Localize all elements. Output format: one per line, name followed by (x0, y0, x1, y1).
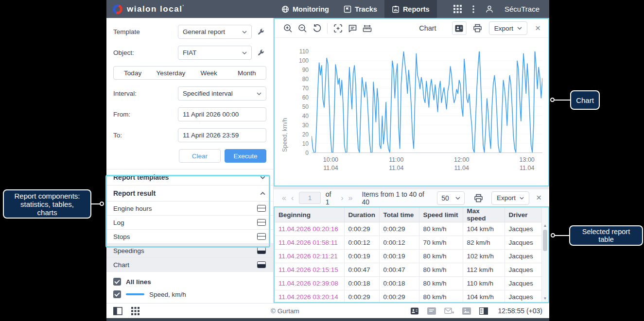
first-page-button[interactable]: « (279, 194, 289, 203)
cell-max-speed: 104 km/h (463, 222, 505, 236)
range-month-button[interactable]: Month (228, 69, 266, 77)
to-row: To: 11 April 2026 23:59 (113, 128, 266, 142)
scroll-down-arrow-icon[interactable]: ▼ (542, 296, 548, 301)
x-tick-label: 13:0011.04 (520, 153, 535, 172)
apps-grid-icon[interactable] (453, 5, 462, 13)
cell-max-speed: 104 km/h (463, 290, 505, 304)
col-duration[interactable]: Duration (344, 207, 379, 222)
more-options-icon[interactable] (472, 5, 474, 13)
next-page-button[interactable]: › (338, 194, 346, 203)
cell-duration: 0:00:47 (344, 263, 379, 277)
y-tick-label: 80 (302, 76, 309, 83)
table-row[interactable]: 11.04.2026 00:20:160:00:290:00:2980 km/h… (275, 222, 541, 236)
from-date-input[interactable]: 11 April 2026 00:00 (178, 107, 266, 121)
ruler-icon[interactable] (360, 24, 374, 33)
template-settings-wrench-icon[interactable] (255, 28, 266, 35)
table-scrollbar[interactable]: ▲ ▼ (541, 207, 548, 302)
table-row[interactable]: 11.04.2026 01:58:110:00:120:00:1270 km/h… (275, 236, 541, 250)
cell-speed-limit: 80 km/h (419, 222, 463, 236)
from-row: From: 11 April 2026 00:00 (113, 107, 266, 121)
zoom-in-icon[interactable] (280, 24, 295, 33)
tab-tracks-label: Tracks (355, 5, 377, 13)
contacts-card-icon[interactable] (410, 307, 419, 315)
scrollbar-thumb[interactable] (543, 230, 547, 251)
tooltip-message-icon[interactable] (345, 24, 360, 33)
page-number-input[interactable]: 1 (299, 192, 320, 204)
legend-toggle-button[interactable] (452, 21, 467, 35)
chart-export-button[interactable]: Export (489, 21, 527, 35)
col-speed-limit[interactable]: Speed limit (419, 207, 463, 222)
table-export-button[interactable]: Export (491, 191, 529, 205)
mail-forward-icon[interactable] (444, 307, 454, 315)
interval-select[interactable]: Specified interval (178, 86, 266, 101)
user-account-icon[interactable] (485, 5, 494, 14)
component-item-engine-hours[interactable]: Engine hours (106, 202, 273, 216)
range-week-button[interactable]: Week (190, 69, 228, 77)
last-page-button[interactable]: » (346, 194, 355, 203)
y-tick-label: 10 (302, 140, 309, 147)
tab-reports-label: Reports (403, 5, 430, 13)
username[interactable]: SécuTrace (505, 5, 540, 13)
chart-callout: Chart (570, 90, 600, 110)
print-icon[interactable] (470, 24, 485, 33)
plot-area[interactable] (312, 51, 542, 153)
clock-time: 12:58:55 (+03) (498, 307, 542, 315)
all-lines-checkbox[interactable] (113, 278, 121, 286)
object-select[interactable]: FIAT (178, 46, 252, 60)
split-view-icon[interactable] (479, 307, 488, 315)
table-row[interactable]: 11.04.2026 02:11:210:00:190:00:1980 km/h… (275, 250, 541, 263)
col-max-speed[interactable]: Max speed (463, 207, 505, 222)
chart-callout-connector (554, 100, 570, 101)
speedings-table: Beginning Duration Total time Speed limi… (275, 207, 542, 303)
clear-button[interactable]: Clear (179, 149, 221, 163)
range-yesterday-button[interactable]: Yesterday (152, 69, 190, 77)
table-row[interactable]: 11.04.2026 02:39:080:00:180:00:1880 km/h… (275, 277, 541, 290)
tab-tracks[interactable]: Tracks (336, 0, 384, 18)
toggle-left-panel-icon[interactable] (113, 307, 122, 315)
zoom-out-icon[interactable] (295, 24, 310, 33)
cell-driver: Jacques (505, 263, 541, 277)
add-selection-icon[interactable] (331, 24, 345, 33)
component-item-log[interactable]: Log (106, 216, 273, 230)
table-close-icon[interactable]: × (532, 193, 544, 203)
notifications-list-icon[interactable] (427, 307, 436, 315)
table-row[interactable]: 11.04.2026 03:20:140:00:290:00:2980 km/h… (275, 290, 541, 304)
component-label: Speedings (113, 247, 144, 254)
col-driver[interactable]: Driver (505, 207, 541, 222)
reset-zoom-icon[interactable] (310, 24, 324, 33)
components-callout-label: Report components: statistics, tables, c… (10, 192, 85, 217)
report-result-section-header[interactable]: Report result (106, 185, 273, 202)
table-print-icon[interactable] (471, 194, 486, 203)
cell-speed-limit: 80 km/h (419, 290, 463, 304)
bottom-apps-grid-icon[interactable] (131, 307, 139, 315)
execute-button[interactable]: Execute (225, 149, 266, 163)
components-callout: Report components: statistics, tables, c… (3, 189, 91, 219)
speed-series-checkbox[interactable] (113, 290, 121, 298)
to-date-input[interactable]: 11 April 2026 23:59 (178, 128, 266, 142)
object-settings-wrench-icon[interactable] (255, 49, 266, 56)
table-active-icon (257, 247, 266, 254)
component-item-speedings[interactable]: Speedings (106, 244, 273, 258)
prev-page-button[interactable]: ‹ (289, 194, 296, 203)
plot-area-wrap: 0102030405060708090100110 10:0011.0411:0… (312, 51, 542, 153)
media-image-icon[interactable] (462, 307, 471, 315)
cell-duration: 0:00:29 (344, 290, 379, 304)
range-today-button[interactable]: Today (114, 69, 152, 77)
component-item-chart[interactable]: Chart (106, 258, 273, 272)
window-bottom-edge (106, 318, 549, 321)
scroll-up-arrow-icon[interactable]: ▲ (542, 223, 548, 228)
col-total-time[interactable]: Total time (379, 207, 419, 222)
component-item-stops[interactable]: Stops (106, 230, 273, 244)
page-size-select[interactable]: 50 (437, 191, 465, 205)
chart-close-icon[interactable]: × (531, 23, 543, 34)
template-value: General report (183, 28, 225, 35)
col-beginning[interactable]: Beginning (275, 207, 344, 222)
x-tick-label: 10:0011.04 (323, 153, 338, 172)
template-select[interactable]: General report (178, 25, 252, 39)
tab-monitoring[interactable]: Monitoring (274, 0, 336, 18)
chart-toolbar-right: Export × (452, 21, 543, 35)
table-row[interactable]: 11.04.2026 02:15:150:00:470:00:4780 km/h… (275, 263, 541, 277)
tab-reports[interactable]: Reports (384, 0, 437, 18)
component-label: Chart (113, 261, 129, 269)
report-templates-section-header[interactable]: Report templates (106, 169, 273, 185)
